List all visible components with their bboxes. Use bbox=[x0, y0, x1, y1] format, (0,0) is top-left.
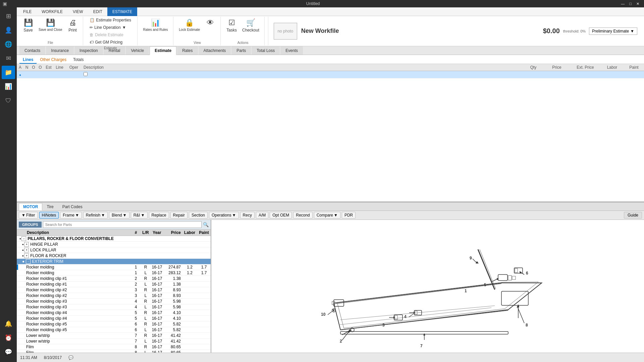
view-btn[interactable]: 👁 bbox=[203, 17, 218, 39]
blend-button[interactable]: Blend ▼ bbox=[109, 212, 129, 219]
expand-exterior[interactable]: - bbox=[26, 259, 31, 264]
replace-button[interactable]: Replace bbox=[149, 212, 169, 219]
preliminary-dropdown[interactable]: Preliminary Estimate ▼ bbox=[589, 27, 637, 35]
ri-button[interactable]: R&I ▼ bbox=[131, 212, 148, 219]
list-item[interactable]: Rocker molding clip #56R16-175.82 bbox=[17, 321, 211, 327]
search-button[interactable]: 🔍 bbox=[203, 222, 209, 227]
operations-button[interactable]: Operations ▼ bbox=[209, 212, 239, 219]
expand-lock[interactable]: + bbox=[24, 248, 29, 252]
tasks-button[interactable]: ☑ Tasks bbox=[224, 17, 239, 39]
tab-rates[interactable]: Rates bbox=[177, 46, 198, 55]
section-button[interactable]: Section bbox=[189, 212, 208, 219]
parts-left: GROUPS 🔍 Description # L/R Year Price La… bbox=[17, 220, 211, 353]
expand-floor[interactable]: + bbox=[24, 253, 29, 258]
subtab-totals[interactable]: Totals bbox=[70, 56, 87, 64]
list-item[interactable]: ▪ + FLOOR & ROCKER bbox=[17, 253, 211, 259]
list-item[interactable]: Lower w/strip7L16-1741.42 bbox=[17, 339, 211, 344]
sidebar-icon-clock[interactable]: ⏰ bbox=[2, 331, 15, 345]
list-item[interactable]: ● - EXTERIOR TRIM bbox=[17, 259, 211, 264]
tab-vehicle[interactable]: Vehicle bbox=[126, 46, 149, 55]
list-item[interactable]: Lower w/strip7R16-1741.42 bbox=[17, 333, 211, 339]
tab-events[interactable]: Events bbox=[280, 46, 303, 55]
list-item[interactable]: Rocker molding clip #23L16-178.93 bbox=[17, 293, 211, 299]
bottom-tab-motor[interactable]: MOTOR bbox=[19, 203, 42, 210]
list-item[interactable]: ▪ - PILLARS, ROCKER & FLOOR CONVERTIBLE bbox=[17, 236, 211, 242]
minimize-button[interactable]: — bbox=[619, 1, 627, 6]
list-item[interactable]: Film8L16-1780.65 bbox=[17, 350, 211, 353]
maximize-button[interactable]: □ bbox=[627, 1, 634, 6]
list-item[interactable]: ▪ + HINGE PILLAR bbox=[17, 242, 211, 247]
sidebar-icon-mail[interactable]: ✉ bbox=[2, 52, 15, 65]
list-item[interactable]: Rocker molding clip #45L16-174.10 bbox=[17, 316, 211, 321]
list-item[interactable]: Rocker molding clip #23R16-178.93 bbox=[17, 287, 211, 293]
compare-button[interactable]: Compare ▼ bbox=[314, 212, 340, 219]
estimate-properties-button[interactable]: 📋 Estimate Properties bbox=[87, 17, 133, 23]
tab-estimate[interactable]: Estimate bbox=[150, 46, 176, 55]
search-input[interactable] bbox=[43, 221, 202, 228]
hinotes-button[interactable]: HiNotes bbox=[39, 212, 59, 219]
tab-contacts[interactable]: Contacts bbox=[19, 46, 45, 55]
tab-inspection[interactable]: Inspection bbox=[74, 46, 103, 55]
tab-total-loss[interactable]: Total Loss bbox=[252, 46, 280, 55]
filter-button[interactable]: ▼ Filter bbox=[19, 212, 38, 219]
rates-rules-button[interactable]: 📊 Rates and Rules bbox=[141, 17, 170, 39]
list-item[interactable]: Rocker molding clip #12L16-171.38 bbox=[17, 282, 211, 287]
ribbon-tab-view[interactable]: VIEW bbox=[68, 7, 88, 16]
table-row[interactable]: ● bbox=[17, 71, 644, 78]
refinish-button[interactable]: Refinish ▼ bbox=[83, 212, 108, 219]
sidebar-icon-folder[interactable]: 📁 bbox=[2, 66, 15, 79]
tab-parts[interactable]: Parts bbox=[231, 46, 251, 55]
list-item[interactable]: Rocker molding 1 L 16-17 283.12 1.2 1.7 bbox=[17, 270, 211, 276]
expand-hinge[interactable]: + bbox=[24, 242, 29, 247]
recond-button[interactable]: Recond bbox=[293, 212, 312, 219]
pdr-button[interactable]: PDR bbox=[342, 212, 356, 219]
ribbon-tab-workfile[interactable]: WORKFILE bbox=[37, 7, 68, 16]
tab-insurance[interactable]: Insurance bbox=[46, 46, 74, 55]
close-button[interactable]: ✕ bbox=[634, 1, 641, 6]
row-checkbox[interactable] bbox=[84, 72, 88, 76]
subtab-other-charges[interactable]: Other Charges bbox=[37, 56, 70, 64]
title-bar-controls[interactable]: — □ ✕ bbox=[619, 1, 641, 6]
guide-button[interactable]: Guide bbox=[624, 212, 642, 219]
sidebar-icon-grid[interactable]: ⊞ bbox=[2, 9, 15, 23]
list-item[interactable]: Rocker molding 1 R 16-17 274.87 1.2 1.7 bbox=[17, 264, 211, 270]
tab-attachments[interactable]: Attachments bbox=[199, 46, 231, 55]
repair-button[interactable]: Repair bbox=[170, 212, 187, 219]
subtab-lines[interactable]: Lines bbox=[19, 56, 37, 64]
print-label: Print bbox=[68, 28, 77, 33]
frame-button[interactable]: Frame ▼ bbox=[60, 212, 82, 219]
bottom-panel-tabs: MOTOR Tire Part Codes bbox=[17, 202, 644, 211]
checkout-button[interactable]: 🛒 Checkout bbox=[240, 17, 262, 39]
sidebar-icon-chat[interactable]: 💬 bbox=[2, 345, 15, 359]
list-item[interactable]: Rocker molding clip #34L16-175.98 bbox=[17, 304, 211, 310]
lock-estimate-button[interactable]: 🔒 Lock Estimate bbox=[177, 17, 203, 39]
sidebar-icon-globe[interactable]: 🌐 bbox=[2, 38, 15, 51]
expand-pillars[interactable]: - bbox=[21, 236, 26, 241]
opt-oem-button[interactable]: Opt OEM bbox=[270, 212, 292, 219]
save-close-button[interactable]: 💾 Save and Close bbox=[36, 17, 65, 39]
col-header-a: A bbox=[17, 65, 23, 70]
ribbon-tab-edit[interactable]: EDIT bbox=[88, 7, 107, 16]
list-item[interactable]: Film8R16-1780.65 bbox=[17, 344, 211, 350]
am-button[interactable]: A/M bbox=[256, 212, 268, 219]
list-item[interactable]: ▪ + LOCK PILLAR bbox=[17, 247, 211, 253]
sidebar-icon-notification[interactable]: 🔔 bbox=[2, 317, 15, 330]
sidebar-icon-user[interactable]: 👤 bbox=[2, 23, 15, 37]
sidebar-icon-chart[interactable]: 📊 bbox=[2, 80, 15, 93]
sidebar-icon-shield[interactable]: 🛡 bbox=[2, 94, 15, 107]
ribbon-tab-estimate[interactable]: ESTIMATE bbox=[107, 7, 137, 16]
save-button[interactable]: 💾 Save bbox=[21, 17, 36, 39]
print-button[interactable]: 🖨 Print bbox=[65, 17, 80, 39]
ribbon-tab-file[interactable]: FILE bbox=[18, 7, 37, 16]
threshold-label: threshold: 0% bbox=[563, 29, 586, 33]
list-item[interactable]: Rocker molding clip #12R16-171.38 bbox=[17, 276, 211, 282]
bottom-tab-part-codes[interactable]: Part Codes bbox=[58, 203, 87, 210]
list-item[interactable]: Rocker molding clip #56L16-175.82 bbox=[17, 327, 211, 333]
list-item[interactable]: Rocker molding clip #45R16-174.10 bbox=[17, 310, 211, 316]
line-operation-button[interactable]: ✏ Line Operation ▼ bbox=[87, 24, 133, 31]
recy-button[interactable]: Recy bbox=[240, 212, 255, 219]
list-item[interactable]: Rocker molding clip #34R16-175.98 bbox=[17, 299, 211, 304]
delete-estimate-button[interactable]: 🗑 Delete Estimate bbox=[87, 32, 133, 38]
bottom-tab-tire[interactable]: Tire bbox=[42, 203, 58, 210]
gm-pricing-button[interactable]: 🏷 Get GM Pricing bbox=[87, 39, 133, 46]
